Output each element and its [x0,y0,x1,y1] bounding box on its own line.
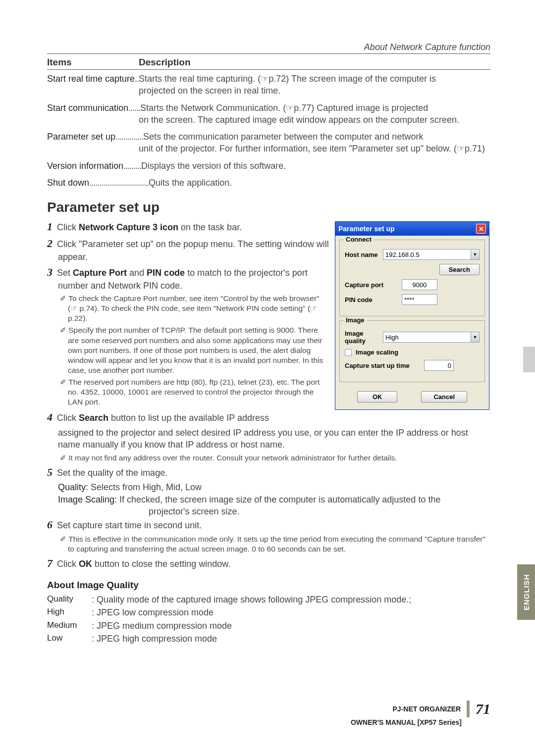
note: ✐ To check the Capture Port number, see … [47,294,329,323]
search-button[interactable]: Search [439,264,480,275]
dialog-titlebar[interactable]: Parameter set up ✕ [335,222,489,236]
imagequality-input[interactable] [383,332,471,343]
items-table: Start real time capture..Starts the real… [47,73,490,189]
item-desc-cont: unit of the projector. For further infor… [47,143,490,154]
cancel-button[interactable]: Cancel [421,391,467,403]
ok-button[interactable]: OK [357,391,398,403]
item-desc: Quits the application. [149,178,232,188]
item-label: Start real time capture [47,74,135,84]
step-6: 6 Set capture start time in second unit. [47,517,490,532]
items-table-header: Items Description [47,57,490,70]
step-7: 7 Click OK button to close the setting w… [47,556,490,571]
imagequality-label: Image quality [345,330,383,345]
item-label: Parameter set up [47,132,115,142]
col-description: Description [139,57,490,68]
iq-row: High: JPEG low compression mode [47,606,490,618]
section-title: Parameter set up [47,200,490,215]
page-number: 71 [476,701,490,717]
dialog-title: Parameter set up [338,225,395,233]
captureport-label: Capture port [345,281,402,289]
step-2: 2 Click "Parameter set up" on the popup … [47,236,329,263]
iq-row: Quality: Quality mode of the captured im… [47,594,490,605]
step-4: 4 Click Search button to list up the ava… [47,410,490,425]
image-legend: Image [344,316,367,324]
item-label: Shut down [47,178,89,188]
item-desc-cont: on the screen. The captured image edit w… [47,114,490,126]
hostname-label: Host name [345,251,383,258]
parameter-setup-dialog: Parameter set up ✕ Connect Host name ▼ S… [335,221,489,410]
close-button[interactable]: ✕ [476,224,486,234]
page-footer: PJ-NET ORGANIZER 71 OWNER'S MANUAL [XP57… [351,701,490,726]
chevron-down-icon[interactable]: ▼ [471,332,480,343]
iq-row: Low: JPEG high compression mode [47,633,490,645]
startuptime-label: Capture start up time [345,362,424,369]
iq-row: Medium: JPEG medium compression mode [47,620,490,632]
table-row: Shut down..............................Q… [47,177,490,189]
step-5-quality: Quality: Selects from High, Mid, Low [47,481,490,493]
captureport-input[interactable] [402,279,437,290]
item-desc: Sets the communication parameter between… [143,132,423,142]
item-desc: Displays the version of this software. [141,161,286,171]
item-desc: Starts the Network Communication. (☞p.77… [140,103,428,113]
step-1: 1 Click Network Capture 3 icon on the ta… [47,219,329,234]
item-label: Start communication [47,103,128,113]
close-icon: ✕ [479,225,484,233]
col-items: Items [47,57,139,68]
note: ✐ It may not find any address over the r… [47,453,490,463]
pincode-input[interactable] [402,294,437,305]
pincode-label: PIN code [345,296,402,303]
image-group: Image Image quality ▼ Image scaling Capt… [339,320,485,382]
step-5: 5 Set the quality of the image. [47,465,490,480]
item-desc: Starts the real time capturing. (☞p.72) … [139,74,436,84]
hostname-combo[interactable]: ▼ [383,249,480,260]
connect-legend: Connect [344,236,374,243]
footer-divider [467,701,470,717]
about-image-quality-title: About Image Quality [47,580,490,591]
connect-group: Connect Host name ▼ Search Capture port [339,240,485,316]
hostname-input[interactable] [383,249,471,260]
imagequality-combo[interactable]: ▼ [383,332,480,343]
note: ✐ The reserved port numbers are http (80… [47,377,329,407]
imagescaling-label: Image scaling [356,349,398,356]
table-row: Version information.........Displays the… [47,160,490,172]
imagescaling-checkbox[interactable] [345,349,352,356]
note: ✐ This is effective in the communication… [47,534,490,554]
step-5-scaling: Image Scaling: If checked, the screen im… [47,494,490,505]
table-row: Start real time capture..Starts the real… [47,73,490,97]
table-row: Parameter set up..............Sets the c… [47,131,490,155]
chevron-down-icon[interactable]: ▼ [471,249,480,260]
table-row: Start communication......Starts the Netw… [47,102,490,126]
side-marker [523,347,535,372]
note: ✐ Specify the port number of TCP/IP. The… [47,325,329,375]
step-3: 3 Set Capture Port and PIN code to match… [47,265,329,292]
item-desc-cont: projected on the screen in real time. [47,85,490,97]
startuptime-input[interactable] [424,360,454,371]
item-label: Version information [47,161,123,171]
breadcrumb: About Network Capture function [47,42,490,54]
step-5-scaling-cont: projector's screen size. [47,505,490,517]
step-4-cont: assigned to the projector and select des… [47,427,490,451]
language-tab: ENGLISH [517,564,535,620]
footer-subtitle: OWNER'S MANUAL [XP57 Series] [351,718,490,726]
footer-title: PJ-NET ORGANIZER [393,705,461,713]
